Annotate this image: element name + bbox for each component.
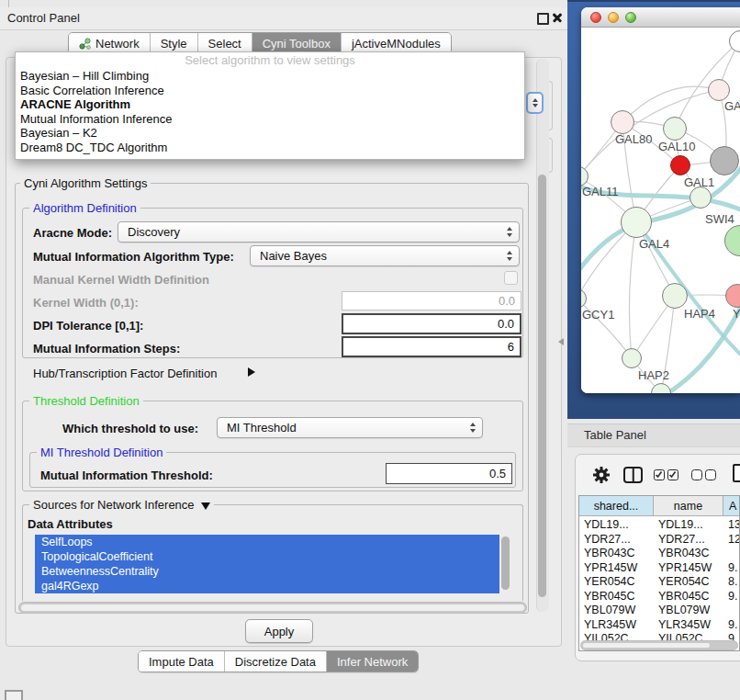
mi-threshold-input[interactable]: 0.5: [386, 463, 512, 484]
dropdown-item[interactable]: Dream8 DC_TDC Algorithm: [16, 141, 524, 155]
table-row[interactable]: YER054CYER054C8.: [579, 575, 739, 590]
settings-hscrollbar[interactable]: [18, 602, 527, 614]
list-scrollbar-thumb[interactable]: [501, 536, 510, 590]
table-hscrollbar[interactable]: [580, 640, 738, 650]
aracne-mode-combobox[interactable]: Discovery: [118, 221, 520, 243]
which-threshold-combobox[interactable]: MI Threshold: [217, 417, 483, 438]
zoom-traffic-light[interactable]: [625, 12, 636, 23]
dpi-tolerance-input[interactable]: 0.0: [342, 313, 521, 334]
float-window-icon[interactable]: [537, 13, 549, 25]
tab-select[interactable]: Select: [198, 33, 252, 53]
aracne-mode-label: Aracne Mode:: [33, 226, 112, 240]
table-row[interactable]: YDL19...YDL19...13: [579, 518, 739, 533]
manual-kernel-width-checkbox[interactable]: [504, 271, 518, 285]
minimized-panel-icon[interactable]: [5, 690, 23, 700]
gear-icon[interactable]: [592, 466, 611, 484]
tab-network[interactable]: Network: [69, 33, 151, 53]
network-node-swi4[interactable]: [690, 186, 712, 209]
checked-checkbox-icon[interactable]: [654, 469, 665, 480]
page-icon[interactable]: [733, 464, 740, 482]
table-row[interactable]: YDR27...YDR27...12: [579, 533, 739, 548]
settings-vscrollbar-thumb[interactable]: [538, 175, 546, 597]
dropdown-item[interactable]: Bayesian – K2: [16, 126, 524, 141]
node-label: GAL4: [639, 237, 669, 251]
columns-icon[interactable]: [623, 467, 643, 483]
checked-checkbox-icon[interactable]: [667, 469, 678, 480]
list-item[interactable]: TopologicalCoefficient: [35, 549, 499, 564]
manual-kernel-width-label: Manual Kernel Width Definition: [33, 273, 209, 287]
combo-arrows-icon: [507, 251, 512, 261]
mi-steps-input[interactable]: 6: [342, 336, 521, 357]
network-canvas[interactable]: GAL GAL80 GAL10 GAL1 GAL11 SWI4 GAL4 GCY…: [581, 28, 740, 393]
table-row[interactable]: YBR045CYBR045C9.: [579, 590, 739, 604]
kernel-width-input[interactable]: 0.0: [342, 291, 521, 310]
splitpane-collapse-icon[interactable]: [558, 338, 564, 345]
tab-style[interactable]: Style: [151, 33, 198, 53]
algorithm-combobox-spinner[interactable]: [526, 92, 544, 114]
apply-button[interactable]: Apply: [245, 619, 313, 643]
dpi-tolerance-label: DPI Tolerance [0,1]:: [33, 319, 143, 333]
network-window-titlebar[interactable]: [581, 7, 740, 28]
dropdown-item[interactable]: ARACNE Algorithm: [16, 97, 524, 112]
control-panel-title: Control Panel: [7, 11, 80, 25]
unchecked-checkbox-icon[interactable]: [691, 469, 702, 480]
column-header-partial[interactable]: A: [723, 496, 740, 516]
mi-threshold-title: MI Threshold Definition: [37, 446, 166, 459]
network-node-hap2[interactable]: [622, 348, 642, 368]
tab-impute-data[interactable]: Impute Data: [139, 651, 225, 672]
mi-threshold-label: Mutual Information Threshold:: [40, 469, 213, 482]
network-node-gal4[interactable]: [621, 207, 652, 238]
node-label: HAP2: [638, 368, 669, 382]
cyni-algorithm-settings-title: Cyni Algorithm Settings: [20, 176, 151, 190]
column-header-name[interactable]: name: [654, 496, 723, 516]
dropdown-placeholder: Select algorithm to view settings: [16, 52, 524, 69]
node-label: GAL80: [615, 132, 652, 146]
table-row[interactable]: YBR043CYBR043C: [579, 547, 739, 561]
which-threshold-value: MI Threshold: [218, 421, 297, 435]
network-node-gal80[interactable]: [611, 110, 634, 134]
close-icon[interactable]: [552, 12, 563, 23]
mi-steps-label: Mutual Information Steps:: [33, 342, 180, 356]
unchecked-checkbox-icon[interactable]: [705, 469, 716, 480]
network-tab-icon: [79, 38, 91, 50]
column-header-shared-name[interactable]: shared...: [579, 496, 654, 516]
table-row[interactable]: YPR145WYPR145W9.: [579, 561, 739, 576]
top-strip-line: [8, 0, 9, 7]
mi-algorithm-type-combobox[interactable]: Naive Bayes: [250, 245, 520, 266]
kernel-width-label: Kernel Width (0,1):: [33, 296, 139, 310]
tab-jactivemnodules[interactable]: jActiveMNodules: [342, 33, 451, 53]
mi-algorithm-type-value: Naive Bayes: [251, 249, 327, 263]
threshold-definition-title: Threshold Definition: [29, 394, 143, 408]
hub-definition-label: Hub/Transcription Factor Definition: [33, 367, 217, 380]
bottom-tabs: Impute Data Discretize Data Infer Networ…: [138, 650, 419, 672]
data-attributes-label: Data Attributes: [28, 517, 113, 531]
network-node-gal1[interactable]: [670, 155, 690, 175]
close-traffic-light[interactable]: [590, 12, 601, 23]
tab-infer-network[interactable]: Infer Network: [327, 651, 418, 672]
dropdown-item[interactable]: Mutual Information Inference: [16, 112, 524, 127]
node-label: GAL: [724, 99, 740, 113]
table-row[interactable]: YLR345WYLR345W9.: [579, 618, 739, 633]
list-item[interactable]: SelfLoops: [35, 535, 499, 549]
table-panel-title: Table Panel: [584, 428, 646, 442]
aracne-mode-value: Discovery: [118, 225, 180, 239]
network-node-gal10[interactable]: [663, 117, 687, 141]
network-node-gal-pink[interactable]: [708, 79, 730, 101]
network-window: GAL GAL80 GAL10 GAL1 GAL11 SWI4 GAL4 GCY…: [581, 7, 740, 393]
which-threshold-label: Which threshold to use:: [62, 422, 198, 435]
collapse-icon[interactable]: [201, 502, 210, 510]
list-item[interactable]: BetweennessCentrality: [35, 564, 499, 579]
tab-cyni-toolbox[interactable]: Cyni Toolbox: [252, 33, 342, 53]
node-label: Y: [733, 307, 740, 321]
network-node-gray[interactable]: [710, 146, 739, 175]
network-node-hap4[interactable]: [662, 283, 688, 309]
list-item[interactable]: gal4RGexp: [35, 579, 499, 593]
tab-discretize-data[interactable]: Discretize Data: [225, 651, 327, 672]
dropdown-item[interactable]: Bayesian – Hill Climbing: [16, 69, 524, 84]
dropdown-item[interactable]: Basic Correlation Inference: [16, 84, 524, 98]
hub-expander-icon[interactable]: [248, 367, 255, 377]
table-row[interactable]: YBL079WYBL079W: [579, 604, 739, 618]
node-label: GAL11: [582, 185, 619, 198]
node-label: GAL1: [684, 175, 714, 189]
minimize-traffic-light[interactable]: [608, 12, 619, 23]
